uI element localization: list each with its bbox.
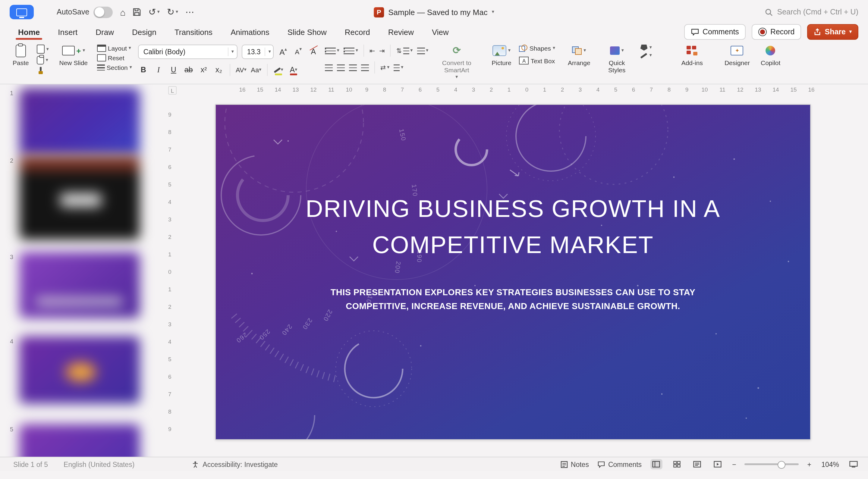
tab-review[interactable]: Review	[388, 24, 414, 40]
zoom-slider-knob[interactable]	[778, 460, 786, 469]
font-color-button[interactable]: A▾	[288, 64, 299, 76]
grow-font-button[interactable]: A▾	[278, 46, 289, 58]
horizontal-ruler[interactable]: L 16151413121110987654321012345678910111…	[163, 84, 868, 95]
hruler-number: 15	[257, 86, 263, 93]
paste-options-button[interactable]: ▾	[37, 56, 49, 64]
italic-button[interactable]: I	[153, 64, 164, 76]
text-direction-button[interactable]: ⇄▾	[380, 64, 390, 71]
strikethrough-button[interactable]: ab	[183, 64, 194, 76]
layout-button[interactable]: Layout▾	[97, 44, 132, 52]
redo-button[interactable]: ↻▾	[167, 7, 178, 18]
subscript-button[interactable]: x₂	[213, 64, 224, 76]
justify-button[interactable]	[361, 64, 369, 71]
tab-slide-show[interactable]: Slide Show	[287, 24, 327, 40]
zoom-slider[interactable]	[745, 463, 799, 465]
align-center-button[interactable]	[337, 64, 345, 71]
underline-button[interactable]: U	[168, 64, 179, 76]
superscript-button[interactable]: x²	[198, 64, 209, 76]
slide-canvas[interactable]: 150170190200210220230240250260 DRIVING B…	[178, 95, 868, 457]
font-name-select[interactable]: Calibri (Body) ▾	[138, 44, 238, 59]
tab-insert[interactable]: Insert	[58, 24, 78, 40]
shape-fill-button[interactable]: ▾	[641, 44, 652, 51]
vertical-ruler[interactable]: 9876543210123456789	[163, 95, 178, 457]
quick-styles-button[interactable]: ▾ Quick Styles	[598, 41, 636, 75]
autosave-toggle[interactable]	[93, 6, 113, 18]
accessibility-status[interactable]: Accessibility: Investigate	[192, 460, 278, 468]
picture-button[interactable]: ▾ Picture	[489, 41, 514, 68]
notes-button[interactable]: Notes	[561, 460, 589, 468]
reading-view-button[interactable]	[691, 459, 703, 469]
slide-subtitle[interactable]: THIS PRESENTATION EXPLORES KEY STRATEGIE…	[257, 286, 769, 313]
hruler-number: 2	[490, 86, 493, 93]
document-title-menu[interactable]: P Sample — Saved to my Mac ▾	[374, 7, 494, 17]
home-button[interactable]: ⌂	[120, 7, 125, 17]
comments-button[interactable]: Comments	[684, 24, 746, 40]
undo-button[interactable]: ↺▾	[149, 7, 160, 18]
new-slide-button[interactable]: +▾ New Slide	[55, 41, 92, 68]
statusbar-comments-button[interactable]: Comments	[597, 460, 642, 468]
copilot-button[interactable]: Copilot	[758, 41, 783, 68]
paste-button[interactable]: Paste	[10, 41, 32, 68]
zoom-level[interactable]: 104%	[820, 460, 839, 468]
format-painter-button[interactable]	[37, 67, 49, 75]
decrease-indent-button[interactable]: ⇤	[370, 47, 375, 55]
align-text-button[interactable]: ▾	[394, 64, 403, 71]
language-selector[interactable]: English (United States)	[64, 460, 134, 468]
slide-thumbnail-2[interactable]	[19, 155, 140, 240]
tab-animations[interactable]: Animations	[230, 24, 270, 40]
columns-button[interactable]: ▾	[417, 47, 428, 54]
align-left-button[interactable]	[325, 64, 333, 71]
section-button[interactable]: Section▾	[97, 64, 132, 71]
character-spacing-button[interactable]: AV▾	[236, 64, 247, 76]
zoom-in-button[interactable]: +	[807, 460, 811, 468]
app-window-button[interactable]	[10, 5, 34, 19]
copy-button[interactable]: ▾	[37, 44, 49, 54]
slide-thumbnail-4[interactable]	[19, 336, 140, 404]
reset-button[interactable]: Reset	[97, 54, 132, 61]
convert-smartart-button[interactable]: ⟳ Convert to SmartArt ▾	[434, 41, 479, 81]
tab-record[interactable]: Record	[345, 24, 370, 40]
shrink-font-button[interactable]: A▾	[293, 46, 304, 58]
chevron-down-icon: ▾	[83, 48, 85, 53]
tab-draw[interactable]: Draw	[96, 24, 114, 40]
bold-button[interactable]: B	[138, 64, 149, 76]
clear-formatting-button[interactable]: A	[308, 46, 319, 58]
more-commands-button[interactable]: ⋯	[185, 7, 194, 18]
slide-thumbnail-5[interactable]	[19, 424, 140, 457]
tab-home[interactable]: Home	[18, 24, 40, 40]
tab-transitions[interactable]: Transitions	[175, 24, 213, 40]
search-field[interactable]: Search (Cmd + Ctrl + U)	[765, 8, 858, 16]
record-button[interactable]: Record	[752, 24, 801, 40]
add-ins-button[interactable]: Add-ins	[678, 41, 706, 68]
normal-view-button[interactable]	[650, 459, 662, 469]
numbering-button[interactable]: ▾	[344, 47, 358, 54]
slide-indicator[interactable]: Slide 1 of 5	[13, 460, 48, 468]
increase-indent-button[interactable]: ⇥	[379, 47, 384, 55]
slide-thumbnail-1[interactable]	[19, 88, 140, 155]
align-right-button[interactable]	[349, 64, 357, 71]
tab-design[interactable]: Design	[132, 24, 156, 40]
fit-slide-button[interactable]	[847, 459, 860, 469]
bullets-button[interactable]: ▾	[325, 47, 339, 54]
font-size-select[interactable]: 13.3 ▾	[242, 44, 274, 59]
tab-view[interactable]: View	[432, 24, 449, 40]
shapes-button[interactable]: Shapes▾	[519, 44, 555, 52]
line-spacing-button[interactable]: ⇅▾	[396, 47, 412, 55]
slide-thumbnail-panel[interactable]: 1 2 3 4 5	[0, 84, 163, 457]
change-case-button[interactable]: Aa▾	[251, 64, 261, 76]
slide-title[interactable]: DRIVING BUSINESS GROWTH IN A COMPETITIVE…	[216, 190, 810, 263]
slide-sorter-view-button[interactable]	[671, 459, 683, 469]
autosave-control[interactable]: AutoSave	[57, 6, 113, 18]
tab-stop-selector[interactable]: L	[168, 86, 177, 95]
slide[interactable]: 150170190200210220230240250260 DRIVING B…	[215, 104, 811, 440]
arrange-button[interactable]: ▾ Arrange	[565, 41, 593, 68]
save-button[interactable]	[133, 8, 141, 16]
designer-button[interactable]: ✦ Designer	[721, 41, 753, 68]
shape-outline-button[interactable]: ▾	[641, 53, 652, 58]
text-highlight-button[interactable]: ▾	[273, 64, 284, 76]
share-button[interactable]: Share ▾	[807, 24, 858, 40]
slide-thumbnail-3[interactable]	[19, 252, 140, 318]
text-box-button[interactable]: AText Box	[519, 57, 555, 64]
slideshow-view-button[interactable]	[712, 459, 724, 469]
zoom-out-button[interactable]: −	[732, 460, 736, 468]
